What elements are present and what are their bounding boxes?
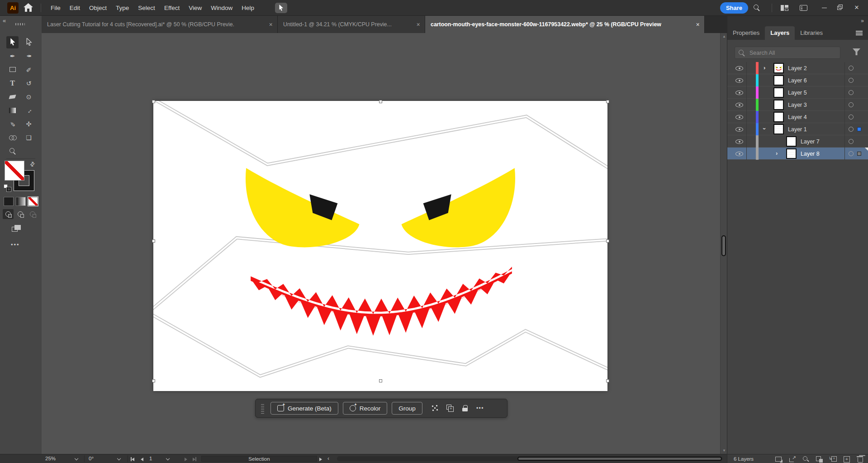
rotation-dropdown-chevron-icon[interactable]	[117, 457, 121, 460]
duplicate-plus-icon[interactable]	[446, 405, 454, 412]
layer-row[interactable]: › Layer 8	[727, 148, 868, 160]
selection-handle[interactable]	[606, 239, 609, 243]
layer-target-circle[interactable]	[849, 90, 854, 95]
new-sublayer-icon[interactable]	[829, 455, 837, 463]
default-fill-stroke-icon[interactable]	[4, 184, 11, 191]
scroll-down-icon[interactable]: ▼	[722, 449, 726, 453]
menu-select[interactable]: Select	[133, 0, 160, 16]
menu-edit[interactable]: Edit	[65, 0, 85, 16]
status-menu-arrow-icon[interactable]	[319, 457, 322, 462]
document-tab-active[interactable]: cartoon-mouth-eyes-face-monster-600w-116…	[425, 16, 705, 33]
zoom-dropdown-chevron-icon[interactable]	[75, 457, 78, 460]
group-button[interactable]: Group	[392, 402, 422, 415]
selection-handle[interactable]	[152, 379, 155, 382]
layer-target-circle[interactable]	[849, 151, 854, 156]
gradient-button[interactable]	[16, 197, 26, 206]
layer-row[interactable]: Layer 5	[727, 86, 868, 99]
vertical-scrollbar[interactable]: ▲ ▼	[720, 33, 727, 454]
layer-thumbnail[interactable]	[786, 136, 797, 147]
pattern-options-icon[interactable]	[432, 405, 439, 412]
direct-selection-tool[interactable]	[23, 36, 35, 48]
eraser-tool[interactable]	[6, 91, 19, 103]
menu-help[interactable]: Help	[237, 0, 259, 16]
layer-name[interactable]: Layer 7	[801, 138, 820, 145]
layer-row[interactable]: Layer 3	[727, 99, 868, 111]
layer-row[interactable]: Layer 4	[727, 111, 868, 123]
layer-row[interactable]: › Layer 1	[727, 123, 868, 135]
selection-tool[interactable]	[6, 36, 19, 48]
edit-toolbar-icon[interactable]: •••	[11, 241, 20, 248]
zoom-level-value[interactable]: 25%	[45, 456, 56, 461]
layer-row[interactable]: Layer 6	[727, 74, 868, 86]
visibility-eye-icon[interactable]	[735, 115, 743, 119]
visibility-eye-icon[interactable]	[735, 127, 743, 132]
draw-normal-button[interactable]	[3, 209, 14, 219]
menu-window[interactable]: Window	[206, 0, 237, 16]
layer-thumbnail[interactable]	[773, 100, 784, 110]
delete-layer-icon[interactable]	[856, 455, 864, 463]
none-button[interactable]	[28, 197, 38, 206]
scale-tool[interactable]: ↔	[23, 104, 35, 116]
menu-file[interactable]: File	[46, 0, 65, 16]
menu-type[interactable]: Type	[111, 0, 133, 16]
type-tool[interactable]: T	[6, 77, 19, 89]
collapse-toolbar-icon[interactable]: «	[3, 17, 6, 24]
visibility-eye-icon[interactable]	[735, 66, 743, 71]
layer-row[interactable]: › Layer 2	[727, 62, 868, 74]
visibility-eye-icon[interactable]	[735, 91, 743, 95]
visibility-eye-icon[interactable]	[735, 139, 743, 144]
selection-handle[interactable]	[152, 239, 155, 243]
visibility-eye-icon[interactable]	[735, 152, 743, 156]
layer-expand-chevron-icon[interactable]: ›	[764, 64, 765, 71]
color-button[interactable]	[4, 197, 14, 206]
rotation-value[interactable]: 0°	[89, 456, 94, 461]
collect-for-export-icon[interactable]	[775, 455, 783, 463]
layer-target-circle[interactable]	[849, 127, 854, 132]
menu-effect[interactable]: Effect	[160, 0, 184, 16]
swap-fill-stroke-icon[interactable]: ⇄	[28, 160, 36, 168]
make-clipping-mask-icon[interactable]	[816, 455, 823, 463]
first-artboard-icon[interactable]	[131, 457, 134, 462]
gradient-tool[interactable]	[6, 104, 19, 116]
eyedropper-tool[interactable]: ✎	[6, 118, 19, 130]
share-button[interactable]: Share	[720, 2, 748, 14]
visibility-eye-icon[interactable]	[735, 103, 743, 107]
layer-thumbnail[interactable]	[773, 63, 784, 73]
filter-funnel-icon[interactable]	[853, 48, 860, 55]
generate-button[interactable]: Generate (Beta)	[270, 402, 338, 415]
window-restore-button[interactable]	[832, 0, 847, 15]
layer-thumbnail[interactable]	[786, 148, 797, 159]
tab-close-icon[interactable]: ✕	[693, 22, 704, 27]
lock-icon[interactable]	[461, 405, 469, 412]
menu-object[interactable]: Object	[85, 0, 111, 16]
document-setup-icon[interactable]	[275, 3, 287, 13]
collapse-scrollbar-icon[interactable]: ‹	[327, 455, 329, 462]
artboard-tool[interactable]: ❏	[23, 131, 35, 143]
horizontal-scrollbar-thumb[interactable]	[517, 457, 722, 461]
artboard[interactable]	[153, 101, 607, 391]
tab-layers[interactable]: Layers	[765, 26, 795, 40]
layer-thumbnail[interactable]	[773, 87, 784, 98]
curvature-tool[interactable]: ✒	[23, 50, 35, 62]
layer-expand-chevron-icon[interactable]: ›	[776, 150, 778, 157]
zoom-tool[interactable]	[6, 145, 19, 157]
layer-row[interactable]: Layer 7	[727, 135, 868, 148]
selection-handle[interactable]	[379, 379, 382, 382]
artboard-dropdown-chevron-icon[interactable]	[166, 457, 170, 460]
more-options-icon[interactable]: •••	[476, 405, 484, 412]
home-icon[interactable]	[24, 3, 33, 14]
puppet-warp-tool[interactable]: ✣	[23, 118, 35, 130]
search-icon[interactable]	[754, 5, 760, 11]
fill-color-swatch[interactable]	[5, 161, 24, 181]
layer-target-circle[interactable]	[849, 102, 854, 107]
pen-tool[interactable]: ✒	[6, 50, 19, 62]
document-tab[interactable]: Laser Cutting Tutorial for 4 cuts [Recov…	[42, 16, 278, 33]
selection-handle[interactable]	[606, 100, 609, 103]
tab-properties[interactable]: Properties	[727, 26, 765, 40]
layer-name[interactable]: Layer 8	[801, 151, 820, 157]
previous-artboard-icon[interactable]	[141, 457, 143, 462]
last-artboard-icon[interactable]	[193, 457, 196, 462]
panel-menu-icon[interactable]	[856, 31, 863, 35]
locate-object-icon[interactable]	[802, 455, 810, 463]
draw-behind-button[interactable]	[15, 209, 26, 219]
